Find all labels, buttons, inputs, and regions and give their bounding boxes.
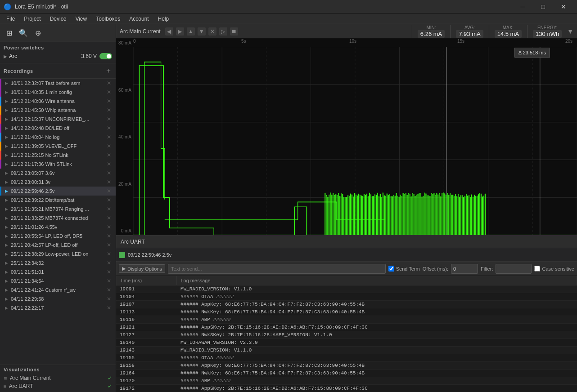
rec-close-icon[interactable]: ✕ [106,98,112,104]
rec-close-icon[interactable]: ✕ [106,161,112,167]
rec-close-icon[interactable]: ✕ [106,107,112,113]
rec-close-icon[interactable]: ✕ [106,251,112,257]
recording-item-8[interactable]: ▶ 11/12 21:25:15 No STLink ✕ [0,151,116,160]
recording-item-18[interactable]: ▶ 29/11 20:42:57 LP-off, LED off ✕ [0,241,116,249]
chart-stop-button[interactable]: ⏹ [230,27,238,36]
add-button[interactable]: ⊕ [32,28,43,39]
table-row[interactable]: 19104 ###### OTAA ###### [116,293,577,301]
viz-item-1[interactable]: ≡ Arc UART ✓ [4,382,112,390]
chart-area[interactable]: 80 mA 60 mA 40 mA 20 mA 0 mA [116,39,577,235]
menu-file[interactable]: File [2,13,19,24]
send-text-input[interactable] [168,264,386,274]
recording-item-13[interactable]: ▶ 09/12 22:39:22 Dist/temp/bat ✕ [0,196,116,205]
chart-back-button[interactable]: ◀ [165,27,173,36]
offset-input[interactable] [451,264,478,274]
table-row[interactable]: 19170 ###### ABP ###### [116,377,577,385]
rec-close-icon[interactable]: ✕ [106,287,112,293]
table-row[interactable]: 19143 MW_RADIO_VERSION: V1.1.0 [116,347,577,354]
recording-item-0[interactable]: ▶ 10/01 22:32:07 Test before asm ✕ [0,79,116,88]
recording-item-6[interactable]: ▶ 11/12 21:48:04 No log ✕ [0,133,116,142]
table-row[interactable]: 19155 ###### OTAA ###### [116,354,577,362]
rec-close-icon[interactable]: ✕ [106,89,112,95]
chart-up-button[interactable]: ▲ [187,27,195,36]
recording-item-11[interactable]: ▶ 09/12 23:00:31 3v ✕ [0,178,116,187]
rec-close-icon[interactable]: ✕ [106,152,112,158]
recording-item-22[interactable]: ▶ 09/11 21:34:54 ✕ [0,276,116,285]
menu-view[interactable]: View [71,13,91,24]
rec-close-icon[interactable]: ✕ [106,278,112,284]
maximize-button[interactable]: □ [533,0,553,13]
rec-close-icon[interactable]: ✕ [106,242,112,248]
rec-close-icon[interactable]: ✕ [106,269,112,275]
table-row[interactable]: 19172 ###### AppSKey: 2B:7E:15:16:28:AE:… [116,385,577,392]
recording-item-9[interactable]: ▶ 11/12 21:17:36 With STLink ✕ [0,160,116,169]
table-row[interactable]: 19164 ###### NwkKey: 68:E6:77:75:BA:94:C… [116,370,577,377]
recording-item-1[interactable]: ▶ 10/01 21:48:35 1 min config ✕ [0,88,116,97]
recording-item-21[interactable]: ▶ 09/11 21:51:01 ✕ [0,267,116,276]
recording-item-17[interactable]: ▶ 29/11 20:55:54 LP, LED off, DR5 ✕ [0,232,116,241]
recording-item-2[interactable]: ▶ 15/12 21:48:06 Wire antenna ✕ [0,97,116,106]
table-row[interactable]: 19091 MW_RADIO_VERSION: V1.1.0 [116,285,577,293]
energy-dropdown-icon[interactable]: ▼ [567,28,573,35]
rec-close-icon[interactable]: ✕ [106,179,112,185]
chart-close-button[interactable]: ✕ [208,27,216,36]
close-button[interactable]: ✕ [553,0,573,13]
recording-item-15[interactable]: ▶ 29/11 21:33:25 MB7374 connected ✕ [0,214,116,223]
viz-item-0[interactable]: ≋ Arc Main Current ✓ [4,374,112,382]
rec-close-icon[interactable]: ✕ [106,134,112,140]
recording-item-10[interactable]: ▶ 09/12 23:05:07 3.6v ✕ [0,169,116,178]
recording-item-25[interactable]: ▶ 04/11 22:22:17 ✕ [0,303,116,312]
table-row[interactable]: 19140 MW_LORAWAN_VERSION: V2.3.0 [116,339,577,347]
rec-close-icon[interactable]: ✕ [106,188,112,194]
table-row[interactable]: 19127 ###### NwkSKey: 2B:7E:15:16:28:AAP… [116,331,577,339]
search-button[interactable]: 🔍 [18,28,29,39]
recording-item-23[interactable]: ▶ 04/11 22:41:24 Custom rf_sw ✕ [0,285,116,294]
recording-item-3[interactable]: ▶ 15/12 21:45:50 Whip antenna ✕ [0,106,116,115]
rec-close-icon[interactable]: ✕ [106,296,112,302]
send-term-checkbox[interactable]: Send Term [388,266,420,272]
power-toggle[interactable] [99,53,112,59]
recording-item-20[interactable]: ▶ 25/11 22:34:32 ✕ [0,258,116,267]
rec-close-icon[interactable]: ✕ [106,80,112,86]
rec-close-icon[interactable]: ✕ [106,215,112,221]
recording-item-14[interactable]: ▶ 29/11 21:35:21 MB7374 Ranging ... ✕ [0,205,116,214]
display-options-button[interactable]: ▶ Display Options [119,264,165,273]
recording-item-24[interactable]: ▶ 04/11 22:29:58 ✕ [0,294,116,303]
send-term-check[interactable] [388,266,394,272]
rec-close-icon[interactable]: ✕ [106,125,112,131]
table-row[interactable]: 19107 ###### AppKey: 68:E6:77:75:BA:94:C… [116,301,577,308]
case-sensitive-checkbox[interactable]: Case sensitive [534,266,574,272]
power-expand-icon[interactable]: ▶ [4,54,7,59]
rec-close-icon[interactable]: ✕ [106,143,112,149]
menu-help[interactable]: Help [153,13,174,24]
menu-toolboxes[interactable]: Toolboxes [91,13,125,24]
rec-close-icon[interactable]: ✕ [106,224,112,230]
rec-close-icon[interactable]: ✕ [106,170,112,176]
menu-device[interactable]: Device [45,13,71,24]
menu-account[interactable]: Account [125,13,153,24]
minimize-button[interactable]: ─ [513,0,533,13]
recording-item-19[interactable]: ▶ 25/11 22:38:29 Low-power, LED on ✕ [0,249,116,258]
add-recording-button[interactable]: ＋ [105,66,112,76]
recording-item-4[interactable]: ▶ 14/12 22:15:37 UNCONFIRMED_... ✕ [0,115,116,124]
recording-item-5[interactable]: ▶ 14/12 22:06:48 D0/LED off ✕ [0,124,116,133]
table-row[interactable]: 19158 ###### AppKey: 68:E6:77:75:BA:94:C… [116,362,577,370]
rec-close-icon[interactable]: ✕ [106,260,112,266]
recording-item-12[interactable]: ▶ 09/12 22:59:46 2.5v ✕ [0,187,116,196]
table-row[interactable]: 19119 ###### ABP ###### [116,316,577,324]
table-row[interactable]: 19121 ###### AppSKey: 2B:7E:15:16:28:AE:… [116,324,577,331]
rec-close-icon[interactable]: ✕ [106,116,112,122]
rec-close-icon[interactable]: ✕ [106,206,112,212]
filter-input[interactable] [496,264,532,274]
chart-play-button[interactable]: ▷ [219,27,227,36]
recording-item-16[interactable]: ▶ 29/11 21:01:26 4.55v ✕ [0,223,116,232]
layout-button[interactable]: ⊞ [4,28,14,39]
chart-forward-button[interactable]: ▶ [176,27,184,36]
rec-close-icon[interactable]: ✕ [106,197,112,203]
table-row[interactable]: 19113 ###### NwkKey: 68:E6:77:75:BA:94:C… [116,308,577,316]
chart-down-button[interactable]: ▼ [198,27,206,36]
recording-item-7[interactable]: ▶ 11/12 21:39:05 VLEVEL_OFF ✕ [0,142,116,151]
rec-close-icon[interactable]: ✕ [106,233,112,239]
case-sensitive-check[interactable] [534,266,540,272]
rec-close-icon[interactable]: ✕ [106,305,112,311]
